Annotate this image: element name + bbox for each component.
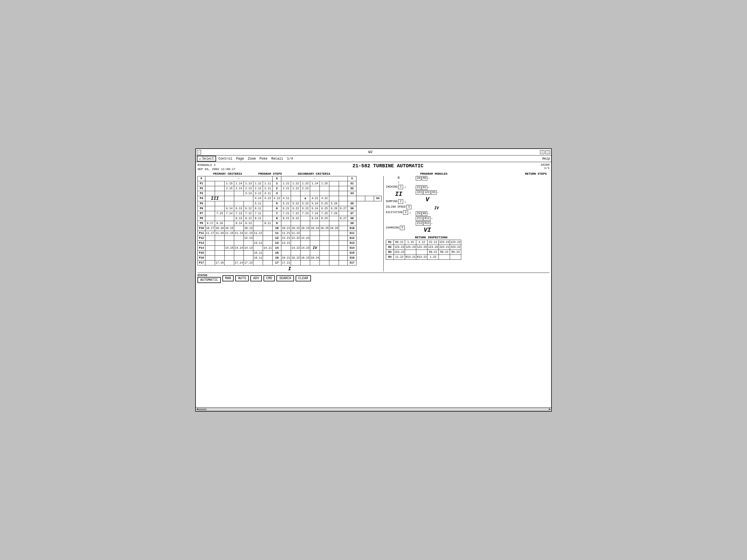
primary-cell-16-0 — [205, 260, 215, 265]
auto-button[interactable]: AUTO — [235, 275, 249, 281]
primary-cell-16-1: 17.16 — [215, 260, 225, 265]
minimize-button[interactable]: • — [540, 150, 545, 154]
search-button[interactable]: SEARCH — [277, 275, 294, 281]
primary-cell-2-2 — [225, 191, 234, 196]
primary-cell-16-3: 17.14 — [234, 260, 244, 265]
primary-cell-4-5: 5.11 — [253, 201, 263, 206]
primary-cell-5-6 — [263, 206, 273, 211]
inching-num: 1 — [398, 185, 403, 189]
cmd-button[interactable]: CMD — [263, 275, 275, 281]
horizontal-scrollbar[interactable]: ◄ ► — [196, 407, 551, 411]
status-bar: STATUS AUTOMATIC MAN AUTO ADV CMD SEARCH… — [198, 273, 549, 283]
primary-cell-16-6 — [263, 260, 273, 265]
select-menu[interactable]: ☑ Select — [197, 156, 216, 161]
secondary-cell-2-6 — [339, 191, 348, 196]
help-menu[interactable]: Help — [542, 157, 550, 161]
window-menu-icon[interactable]: — — [197, 150, 201, 154]
primary-cell-1-0 — [205, 186, 215, 191]
primary-cell-14-5: 15.11 — [253, 250, 263, 255]
primary-cell-13-4: 14.13 — [244, 246, 253, 250]
page-ratio: 1/1 — [541, 167, 549, 170]
automatic-button[interactable]: AUTOMATIC — [198, 277, 221, 283]
scroll-right-arrow[interactable]: ► — [549, 408, 551, 411]
row-s-label-S16: S16 — [348, 255, 357, 260]
r12-box: R12 — [423, 217, 431, 221]
primary-cell-5-5: 6.11 — [253, 206, 263, 211]
secondary-cell-3-5 — [357, 196, 365, 201]
secondary-cell-2-1 — [291, 191, 301, 196]
secondary-cell-15-6 — [339, 255, 348, 260]
primary-cell-0-0 — [205, 181, 215, 186]
maximize-button[interactable]: □ — [545, 150, 550, 154]
primary-cell-6-6 — [263, 211, 273, 216]
primary-cell-16-2 — [225, 260, 234, 265]
zoom-menu[interactable]: Zoom — [246, 157, 258, 161]
page-indicator: 1/4 — [285, 157, 295, 161]
left-grid: P ← 0 → S P11.151.141.131.121.1111.211.2… — [198, 176, 382, 272]
window-title: W2 — [201, 150, 540, 154]
scrollbar-thumb[interactable] — [198, 409, 206, 410]
primary-cell-12-4 — [244, 240, 253, 246]
secondary-cell-15-2: 16.23 — [301, 255, 310, 260]
secondary-cell-14-1 — [291, 250, 301, 255]
page-menu[interactable]: Page — [234, 157, 246, 161]
secondary-cell-12-6 — [339, 240, 348, 246]
primary-cell-6-2: 7.14 — [225, 211, 234, 216]
primary-cell-7-6 — [263, 216, 273, 221]
poke-menu[interactable]: Poke — [258, 157, 269, 161]
step-12: 12 — [273, 235, 281, 240]
secondary-cell-14-6 — [339, 250, 348, 255]
primary-cell-2-1 — [215, 191, 225, 196]
col-s: S — [348, 176, 357, 181]
return-inspect-header: RETURN INSPECTIONS — [386, 236, 476, 239]
clear-button[interactable]: CLEAR — [295, 275, 311, 281]
primary-cell-11-2 — [225, 235, 234, 240]
primary-cell-14-3 — [234, 250, 244, 255]
man-button[interactable]: MAN — [223, 275, 234, 281]
primary-cell-11-3 — [234, 235, 244, 240]
z2-box: Z2 — [416, 185, 421, 190]
right-panel: 0↓ INCHING 1 ↓ II DUMPING 2 — [383, 176, 476, 272]
secondary-cell-3-2 — [329, 196, 339, 201]
secondary-cell-1-4 — [320, 186, 329, 191]
secondary-cell-10-2 — [301, 231, 310, 235]
secondary-cell-1-5 — [329, 186, 339, 191]
secondary-cell-12-4 — [320, 240, 329, 246]
primary-cell-0-5: 1.12 — [253, 181, 263, 186]
secondary-cell-7-1: 8.22 — [291, 216, 301, 221]
recall-menu[interactable]: Recall — [269, 157, 285, 161]
charging-num: 5 — [400, 226, 405, 230]
primary-cell-16-4: 17.13 — [244, 260, 253, 265]
program-steps-header: PROGRAM STEPS — [258, 172, 282, 176]
primary-cell-6-0 — [205, 211, 215, 216]
ri-cell-R1-2: 2.12 — [416, 240, 428, 245]
primary-cell-11-5 — [253, 235, 263, 240]
status-label: STATUS — [198, 274, 207, 277]
secondary-cell-11-4 — [320, 235, 329, 240]
primary-cell-9-6 — [263, 226, 273, 231]
row-label-P1: P1 — [198, 181, 205, 186]
primary-cell-12-6 — [263, 240, 273, 246]
step-10: 10 — [273, 226, 281, 231]
col-p: P — [198, 176, 205, 181]
secondary-cell-16-4 — [320, 260, 329, 265]
secondary-cell-0-3: 1.24 — [310, 181, 320, 186]
primary-cell-15-4 — [244, 255, 253, 260]
primary-cell-15-2 — [225, 255, 234, 260]
primary-cell-3-2: 4.14 — [253, 196, 263, 201]
secondary-cell-14-3 — [310, 250, 320, 255]
step-11: 11 — [273, 231, 281, 235]
secondary-cell-3-0: 4.21 — [310, 196, 320, 201]
control-menu[interactable]: Control — [217, 157, 234, 161]
z13-box: Z13 — [416, 221, 423, 226]
adv-button[interactable]: ADV — [250, 275, 262, 281]
secondary-cell-14-0 — [281, 250, 291, 255]
primary-cell-14-2 — [225, 250, 234, 255]
primary-cell-8-0: 9.17 — [205, 221, 215, 226]
row-s-label-S11: S11 — [348, 231, 357, 235]
scrollbar-track[interactable] — [198, 408, 549, 410]
primary-cols: ← — [205, 176, 273, 181]
step-14: 14 — [273, 246, 281, 250]
secondary-cell-10-4 — [320, 231, 329, 235]
roman-VI: VI — [416, 227, 439, 234]
